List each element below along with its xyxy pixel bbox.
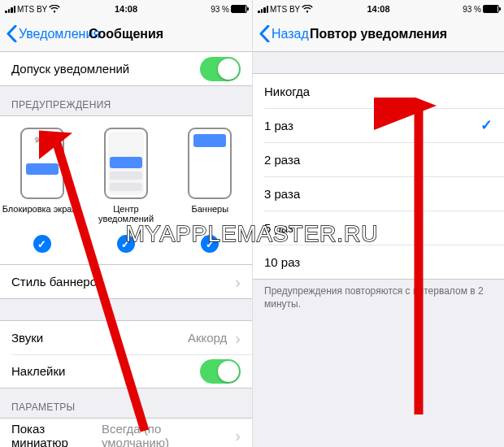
phone-icon-lock: 9:41 — [20, 128, 64, 199]
signal-icon — [5, 6, 15, 13]
screen-repeat-alerts: MTS BY 14:08 93 % Назад Повтор уведомлен… — [252, 0, 504, 447]
option-row[interactable]: 3 раза — [253, 176, 504, 210]
row-value: Всегда (по умолчанию) — [102, 422, 227, 448]
option-row[interactable]: Никогда — [253, 74, 504, 108]
row-stickers[interactable]: Наклейки — [0, 354, 252, 388]
back-button[interactable]: Назад — [259, 25, 309, 42]
chevron-left-icon — [259, 25, 270, 42]
check-center[interactable]: ✓ — [117, 235, 135, 253]
option-label: 2 раза — [264, 153, 300, 167]
option-row[interactable]: 1 раз✓ — [253, 108, 504, 142]
checkmark-icon: ✓ — [480, 116, 493, 134]
nav-bar: Назад Повтор уведомления — [253, 16, 504, 52]
phone-icon-banner — [188, 128, 232, 199]
chevron-left-icon — [7, 25, 17, 42]
option-label: 10 раз — [264, 255, 300, 269]
signal-icon — [258, 6, 268, 13]
back-label: Уведомления — [19, 27, 100, 41]
section-header-params: ПАРАМЕТРЫ — [0, 388, 252, 418]
alert-style-panel: 9:41 Блокировка экрана Центр уведомлений… — [0, 115, 252, 232]
battery-icon — [483, 5, 499, 13]
option-row[interactable]: 2 раза — [253, 142, 504, 176]
row-value: Аккорд — [188, 331, 227, 345]
row-label: Стиль баннеров — [11, 275, 103, 289]
check-banners[interactable]: ✓ — [201, 235, 219, 253]
switch-stickers[interactable] — [200, 359, 241, 384]
check-lock[interactable]: ✓ — [33, 235, 51, 253]
row-label: Допуск уведомлений — [11, 62, 129, 76]
row-sounds[interactable]: Звуки Аккорд› — [0, 320, 252, 354]
alert-option-lock[interactable]: 9:41 Блокировка экрана — [1, 128, 84, 224]
switch-allow[interactable] — [200, 57, 241, 81]
row-banner-style[interactable]: Стиль баннеров › — [0, 265, 252, 299]
option-row[interactable]: 10 раз — [253, 245, 504, 279]
status-bar: MTS BY 14:08 93 % — [253, 0, 504, 16]
status-bar: MTS BY 14:08 93 % — [0, 0, 252, 16]
option-label: 5 раз — [264, 221, 293, 235]
carrier-label: MTS BY — [17, 5, 47, 14]
alert-label: Центр уведомлений — [85, 204, 167, 224]
alert-label: Баннеры — [192, 204, 229, 214]
repeat-options-list: Никогда1 раз✓2 раза3 раза5 раз10 раз — [253, 73, 504, 280]
phone-icon-center — [104, 128, 148, 199]
chevron-right-icon: › — [235, 427, 241, 444]
alert-option-banners[interactable]: Баннеры — [168, 128, 251, 224]
option-label: 1 раз — [264, 119, 293, 132]
section-footer: Предупреждения повторяются с интервалом … — [253, 280, 504, 316]
back-button[interactable]: Уведомления — [7, 25, 100, 42]
chevron-right-icon: › — [235, 274, 241, 290]
row-label: Звуки — [11, 331, 43, 345]
carrier-label: MTS BY — [270, 5, 300, 14]
row-show-previews[interactable]: Показ миниатюр Всегда (по умолчанию)› — [0, 418, 252, 447]
nav-bar: Уведомления Сообщения — [0, 16, 252, 52]
row-label: Наклейки — [11, 364, 65, 378]
chevron-right-icon: › — [235, 330, 241, 346]
wifi-icon — [49, 5, 60, 13]
alert-option-center[interactable]: Центр уведомлений — [85, 128, 167, 224]
wifi-icon — [302, 5, 313, 13]
alert-checks-row: ✓ ✓ ✓ — [0, 232, 252, 265]
back-label: Назад — [272, 27, 309, 41]
alert-label: Блокировка экрана — [2, 204, 82, 214]
status-time: 14:08 — [367, 4, 389, 14]
status-time: 14:08 — [115, 4, 137, 14]
battery-pct: 93 % — [463, 5, 481, 14]
section-header-alerts: ПРЕДУПРЕЖДЕНИЯ — [0, 86, 252, 115]
row-label: Показ миниатюр — [11, 422, 102, 448]
battery-icon — [231, 5, 247, 13]
screen-messages-settings: MTS BY 14:08 93 % Уведомления Сообщения … — [0, 0, 252, 447]
option-row[interactable]: 5 раз — [253, 210, 504, 245]
row-allow-notifications[interactable]: Допуск уведомлений — [0, 52, 252, 86]
battery-pct: 93 % — [211, 5, 229, 14]
option-label: 3 раза — [264, 187, 300, 201]
option-label: Никогда — [264, 85, 310, 98]
